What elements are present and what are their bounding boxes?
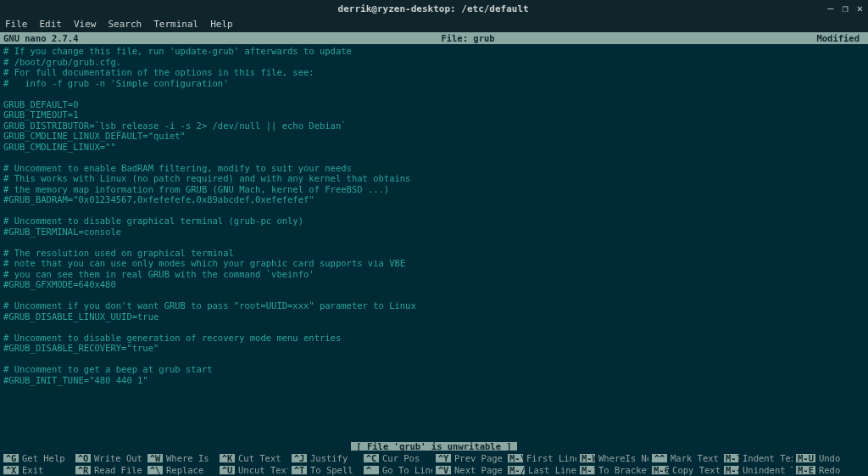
shortcut-key: ^K <box>220 454 235 463</box>
maximize-icon[interactable]: ❐ <box>843 3 849 14</box>
shortcut-label: To Spell <box>310 466 353 475</box>
shortcut-label: Unindent Text <box>743 466 793 475</box>
shortcut-key: M-U <box>796 454 815 463</box>
shortcut-replace[interactable]: ^\Replace <box>147 464 216 476</box>
shortcut-key: ^O <box>75 454 91 463</box>
shortcut-to-bracket[interactable]: M-]To Bracket <box>580 464 648 476</box>
shortcut-exit[interactable]: ^XExit <box>3 464 72 476</box>
shortcut-label: Write Out <box>94 454 142 463</box>
shortcut-key: ^Y <box>436 454 451 463</box>
menu-search[interactable]: Search <box>108 20 142 29</box>
shortcut-key: M-] <box>580 466 595 475</box>
window-controls: — ❐ ✕ <box>827 3 863 14</box>
shortcut-label: Undo <box>819 454 840 463</box>
menu-view[interactable]: View <box>74 20 97 29</box>
shortcut-cut-text[interactable]: ^KCut Text <box>220 452 288 464</box>
nano-filename: File: grub <box>173 34 763 43</box>
status-message: [ File 'grub' is unwritable ] <box>351 442 516 451</box>
shortcut-whereis-next[interactable]: M-WWhereIs Next <box>580 452 648 464</box>
menubar: File Edit View Search Terminal Help <box>0 17 868 32</box>
shortcut-undo[interactable]: M-UUndo <box>796 452 865 464</box>
shortcut-to-spell[interactable]: ^TTo Spell <box>292 464 360 476</box>
shortcut-label: To Bracket <box>598 466 648 475</box>
shortcut-key: M-\ <box>508 454 523 463</box>
menu-file[interactable]: File <box>5 20 28 29</box>
shortcut-key: M-W <box>580 454 595 463</box>
shortcut-key: ^_ <box>364 466 379 475</box>
shortcut-key: ^G <box>3 454 19 463</box>
window-title: derrik@ryzen-desktop: /etc/default <box>39 4 827 14</box>
shortcut-go-to-line[interactable]: ^_Go To Line <box>364 464 432 476</box>
shortcut-bar: ^GGet Help^OWrite Out^WWhere Is^KCut Tex… <box>0 452 868 476</box>
shortcut-key: ^V <box>436 466 451 475</box>
shortcut-mark-text[interactable]: ^^Mark Text <box>652 452 721 464</box>
shortcut-indent-text[interactable]: M-}Indent Text <box>724 452 793 464</box>
shortcut-key: ^\ <box>147 466 163 475</box>
menu-edit[interactable]: Edit <box>40 20 63 29</box>
shortcut-key: ^C <box>364 454 379 463</box>
nano-modified: Modified <box>763 34 865 43</box>
shortcut-key: M-} <box>724 454 739 463</box>
shortcut-key: ^^ <box>652 454 667 463</box>
shortcut-label: Replace <box>166 466 203 475</box>
shortcut-prev-page[interactable]: ^YPrev Page <box>436 452 504 464</box>
shortcut-label: Go To Line <box>382 466 432 475</box>
shortcut-copy-text[interactable]: M-6Copy Text <box>652 464 721 476</box>
shortcut-key: M-{ <box>724 466 739 475</box>
shortcut-where-is[interactable]: ^WWhere Is <box>147 452 216 464</box>
nano-version: GNU nano 2.7.4 <box>3 34 173 43</box>
shortcut-redo[interactable]: M-ERedo <box>796 464 865 476</box>
shortcut-key: M-E <box>796 466 815 475</box>
shortcut-key: ^X <box>3 466 19 475</box>
shortcut-cur-pos[interactable]: ^CCur Pos <box>364 452 432 464</box>
shortcut-label: Cut Text <box>238 454 281 463</box>
shortcut-label: Last Line <box>528 466 576 475</box>
shortcut-write-out[interactable]: ^OWrite Out <box>75 452 144 464</box>
shortcut-label: Justify <box>310 454 348 463</box>
shortcut-label: Exit <box>22 466 43 475</box>
shortcut-label: Indent Text <box>743 454 793 463</box>
shortcut-key: ^J <box>292 454 307 463</box>
shortcut-label: Redo <box>819 466 840 475</box>
shortcut-get-help[interactable]: ^GGet Help <box>3 452 72 464</box>
shortcut-label: Where Is <box>166 454 209 463</box>
shortcut-label: Prev Page <box>454 454 503 463</box>
shortcut-label: Get Help <box>22 454 65 463</box>
editor-content[interactable]: # If you change this file, run 'update-g… <box>0 44 868 385</box>
shortcut-justify[interactable]: ^JJustify <box>292 452 360 464</box>
titlebar: derrik@ryzen-desktop: /etc/default — ❐ ✕ <box>0 0 868 17</box>
menu-help[interactable]: Help <box>210 20 233 29</box>
shortcut-label: Read File <box>94 466 142 475</box>
shortcut-next-page[interactable]: ^VNext Page <box>436 464 504 476</box>
shortcut-label: First Line <box>526 454 576 463</box>
shortcut-key: ^W <box>147 454 163 463</box>
shortcut-label: Uncut Text <box>238 466 288 475</box>
shortcut-label: Copy Text <box>672 466 721 475</box>
shortcut-key: ^U <box>220 466 235 475</box>
minimize-icon[interactable]: — <box>827 3 833 14</box>
close-icon[interactable]: ✕ <box>857 3 863 14</box>
shortcut-first-line[interactable]: M-\First Line <box>508 452 576 464</box>
shortcut-uncut-text[interactable]: ^UUncut Text <box>220 464 288 476</box>
shortcut-unindent-text[interactable]: M-{Unindent Text <box>724 464 793 476</box>
menu-terminal[interactable]: Terminal <box>153 20 198 29</box>
shortcut-key: ^R <box>75 466 91 475</box>
shortcut-label: Mark Text <box>670 454 719 463</box>
shortcut-label: WhereIs Next <box>598 454 648 463</box>
shortcut-key: M-/ <box>508 466 525 475</box>
shortcut-label: Next Page <box>454 466 503 475</box>
shortcut-read-file[interactable]: ^RRead File <box>75 464 144 476</box>
nano-header: GNU nano 2.7.4 File: grub Modified <box>0 32 868 44</box>
status-bar: [ File 'grub' is unwritable ] <box>0 442 868 451</box>
shortcut-last-line[interactable]: M-/Last Line <box>508 464 576 476</box>
shortcut-label: Cur Pos <box>382 454 420 463</box>
shortcut-key: ^T <box>292 466 307 475</box>
shortcut-key: M-6 <box>652 466 669 475</box>
